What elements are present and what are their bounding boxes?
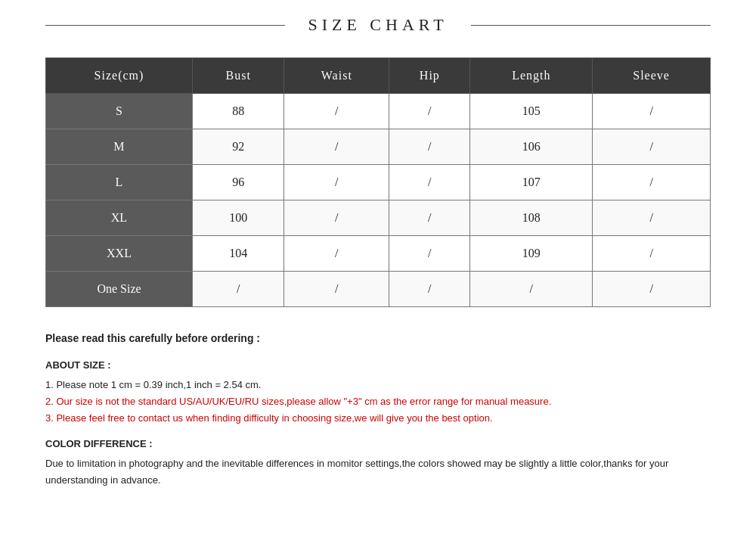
col-header-bust: Bust [192, 58, 284, 94]
about-size-line-1: 1. Please note 1 cm = 0.39 inch,1 inch =… [45, 377, 711, 393]
table-row: S88//105/ [46, 94, 711, 129]
data-cell: 107 [470, 165, 593, 200]
size-cell: One Size [46, 272, 193, 307]
title-line-left [45, 25, 285, 26]
title-section: SIZE CHART [45, 15, 711, 35]
data-cell: / [470, 272, 593, 307]
size-cell: M [46, 129, 193, 165]
size-cell: S [46, 94, 193, 129]
data-cell: / [284, 200, 389, 236]
data-cell: / [593, 200, 711, 236]
data-cell: / [389, 129, 470, 165]
table-row: XL100//108/ [46, 200, 711, 236]
size-cell: L [46, 165, 193, 200]
col-header-waist: Waist [284, 58, 389, 94]
data-cell: 105 [470, 94, 593, 129]
data-cell: 104 [192, 236, 284, 272]
size-cell: XXL [46, 236, 193, 272]
about-size-heading: ABOUT SIZE : [45, 357, 711, 374]
notes-section: Please read this carefully before orderi… [45, 330, 711, 489]
data-cell: / [389, 165, 470, 200]
table-row: One Size///// [46, 272, 711, 307]
data-cell: 109 [470, 236, 593, 272]
col-header-sleeve: Sleeve [593, 58, 711, 94]
data-cell: / [284, 165, 389, 200]
table-header-row: Size(cm) Bust Waist Hip Length Sleeve [46, 58, 711, 94]
data-cell: 96 [192, 165, 284, 200]
data-cell: / [389, 200, 470, 236]
col-header-length: Length [470, 58, 593, 94]
data-cell: / [593, 94, 711, 129]
size-cell: XL [46, 200, 193, 236]
size-chart-table: Size(cm) Bust Waist Hip Length Sleeve S8… [45, 57, 711, 307]
data-cell: / [284, 272, 389, 307]
color-diff-text: Due to limitation in photography and the… [45, 455, 711, 489]
data-cell: / [389, 272, 470, 307]
col-header-size: Size(cm) [46, 58, 193, 94]
about-size-line-3: 3. Please feel free to contact us when f… [45, 410, 711, 427]
table-row: XXL104//109/ [46, 236, 711, 272]
data-cell: / [284, 94, 389, 129]
data-cell: 108 [470, 200, 593, 236]
data-cell: 100 [192, 200, 284, 236]
table-row: L96//107/ [46, 165, 711, 200]
page-title: SIZE CHART [308, 15, 448, 35]
data-cell: / [593, 165, 711, 200]
col-header-hip: Hip [389, 58, 470, 94]
data-cell: / [593, 236, 711, 272]
data-cell: / [284, 236, 389, 272]
data-cell: / [593, 272, 711, 307]
data-cell: 88 [192, 94, 284, 129]
about-size-line-2: 2. Our size is not the standard US/AU/UK… [45, 393, 711, 410]
title-line-right [471, 25, 711, 26]
data-cell: / [593, 129, 711, 165]
data-cell: / [389, 94, 470, 129]
data-cell: / [389, 236, 470, 272]
data-cell: / [192, 272, 284, 307]
data-cell: 92 [192, 129, 284, 165]
data-cell: 106 [470, 129, 593, 165]
notes-main-heading: Please read this carefully before orderi… [45, 330, 711, 348]
table-row: M92//106/ [46, 129, 711, 165]
color-diff-heading: COLOR DIFFERENCE : [45, 436, 711, 452]
data-cell: / [284, 129, 389, 165]
